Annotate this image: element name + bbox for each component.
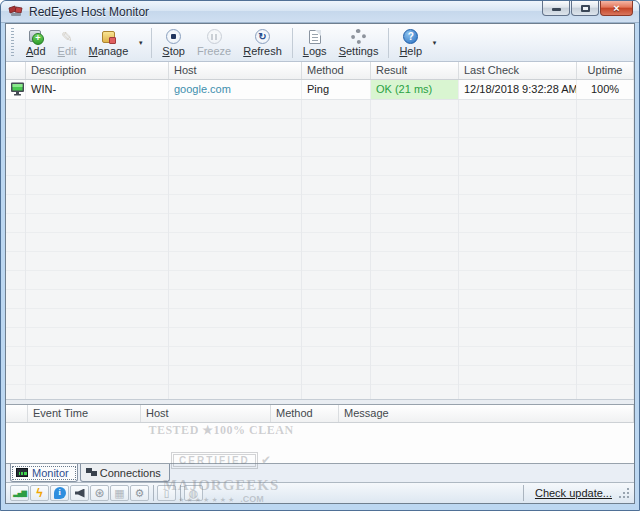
resize-grip[interactable]	[618, 487, 630, 499]
battery-icon[interactable]: ▯	[157, 485, 176, 501]
manage-dropdown-arrow[interactable]: ▾	[134, 26, 147, 60]
cell-method: Ping	[302, 80, 371, 99]
info-glyph: i	[54, 487, 66, 499]
column-header-result[interactable]: Result	[371, 62, 459, 79]
row-icon-cell	[6, 80, 26, 99]
cell-last-check: 12/18/2018 9:32:28 AM	[459, 80, 577, 99]
label-rest: dit	[65, 45, 77, 57]
event-log-panel: Event Time Host Method Message	[6, 404, 634, 464]
edit-button-label: Edit	[58, 45, 77, 57]
title-bar[interactable]: RedEyes Host Monitor ×	[1, 1, 639, 23]
column-header-uptime[interactable]: Uptime	[577, 62, 634, 79]
label-rest: anage	[98, 45, 129, 57]
help-dropdown-arrow[interactable]: ▾	[428, 26, 441, 60]
freeze-button-label: Freeze	[197, 45, 231, 57]
cash-icon[interactable]: ▦	[110, 485, 129, 501]
cell-uptime: 100%	[577, 80, 634, 99]
settings-button-label: Settings	[339, 45, 379, 57]
toolbar: Add ✎ Edit Manage ▾ Stop Freeze ↻	[6, 24, 634, 62]
column-header-event-method[interactable]: Method	[271, 405, 339, 422]
tab-label: Connections	[100, 467, 161, 479]
label-rest: top	[170, 45, 185, 57]
lightning-icon[interactable]: ϟ	[30, 485, 49, 501]
cell-host: google.com	[169, 80, 302, 99]
label-mnemonic: E	[58, 45, 65, 57]
toolbar-separator	[292, 28, 293, 58]
freeze-button: Freeze	[191, 26, 237, 60]
edit-button: ✎ Edit	[52, 26, 83, 60]
chevron-down-icon: ▾	[139, 39, 143, 47]
empty-column	[577, 100, 634, 399]
toolbar-separator	[151, 28, 152, 58]
close-icon: ×	[613, 3, 619, 14]
header-icon-column	[6, 405, 28, 422]
table-row[interactable]: WIN- google.com Ping OK (21 ms) 12/18/20…	[6, 80, 634, 100]
maximize-icon	[581, 5, 590, 12]
event-table-header: Event Time Host Method Message	[6, 405, 634, 423]
status-bar: ▂▄▆ ϟ i ⊛ ▦ ⚙ ▯ ◍ Check update...	[6, 482, 634, 503]
help-icon: ?	[403, 28, 418, 45]
info-icon[interactable]: i	[50, 485, 69, 501]
label-rest: efresh	[251, 45, 282, 57]
tab-connections[interactable]: Connections	[80, 464, 170, 482]
column-header-method[interactable]: Method	[302, 62, 371, 79]
label-rest: dd	[33, 45, 45, 57]
add-icon	[28, 28, 44, 45]
manage-button-label: Manage	[89, 45, 129, 57]
label-rest: ogs	[309, 45, 327, 57]
column-header-event-time[interactable]: Event Time	[28, 405, 141, 422]
pencil-icon: ✎	[61, 28, 73, 45]
maximize-button[interactable]	[571, 1, 599, 16]
add-button-label: Add	[26, 45, 46, 57]
globe-icon[interactable]: ◍	[184, 485, 203, 501]
help-button[interactable]: ? Help	[393, 26, 428, 60]
stop-icon	[166, 28, 181, 45]
column-header-last-check[interactable]: Last Check	[459, 62, 577, 79]
minimize-icon	[552, 8, 561, 11]
refresh-button[interactable]: ↻ Refresh	[237, 26, 288, 60]
gear-small-icon[interactable]: ⚙	[130, 485, 149, 501]
empty-column	[169, 100, 302, 399]
statusbar-separator	[153, 485, 154, 501]
logs-button-label: Logs	[303, 45, 327, 57]
tab-label: Monitor	[32, 467, 69, 479]
speaker-glyph	[75, 489, 85, 498]
computer-icon	[10, 82, 25, 96]
app-icon-graphic	[8, 4, 24, 19]
toolbar-gripper[interactable]	[11, 28, 14, 58]
signal-bars-icon[interactable]: ▂▄▆	[10, 485, 29, 501]
scan-icon[interactable]: ⊛	[90, 485, 109, 501]
chevron-down-icon: ▾	[433, 39, 437, 47]
column-header-host[interactable]: Host	[169, 62, 302, 79]
window-title: RedEyes Host Monitor	[29, 5, 149, 19]
pause-icon	[207, 28, 222, 45]
cell-result: OK (21 ms)	[371, 80, 459, 99]
close-button[interactable]: ×	[600, 1, 633, 16]
label-rest: ettings	[346, 45, 378, 57]
minimize-button[interactable]	[542, 1, 570, 16]
header-icon-column	[6, 62, 26, 79]
column-header-description[interactable]: Description	[26, 62, 169, 79]
empty-column	[302, 100, 371, 399]
cash-glyph: ▦	[114, 487, 124, 500]
check-update-link[interactable]: Check update...	[535, 487, 612, 499]
manage-button[interactable]: Manage	[83, 26, 135, 60]
empty-column	[371, 100, 459, 399]
stop-button[interactable]: Stop	[156, 26, 191, 60]
activity-chart-icon	[16, 468, 28, 477]
speaker-icon[interactable]	[70, 485, 89, 501]
label-mnemonic: R	[243, 45, 251, 57]
column-header-event-host[interactable]: Host	[141, 405, 271, 422]
monitor-table-header: Description Host Method Result Last Chec…	[6, 62, 634, 80]
app-icon[interactable]	[8, 4, 24, 19]
monitor-table: Description Host Method Result Last Chec…	[6, 62, 634, 399]
logs-button[interactable]: Logs	[297, 26, 333, 60]
add-button[interactable]: Add	[20, 26, 52, 60]
app-window: RedEyes Host Monitor × Add ✎ Edit Manage…	[0, 0, 640, 511]
settings-button[interactable]: Settings	[333, 26, 385, 60]
scan-glyph: ⊛	[94, 486, 104, 500]
tab-monitor[interactable]: Monitor	[10, 464, 78, 482]
cell-description: WIN-	[26, 80, 169, 99]
column-header-event-message[interactable]: Message	[339, 405, 634, 422]
battery-glyph: ▯	[164, 488, 170, 499]
